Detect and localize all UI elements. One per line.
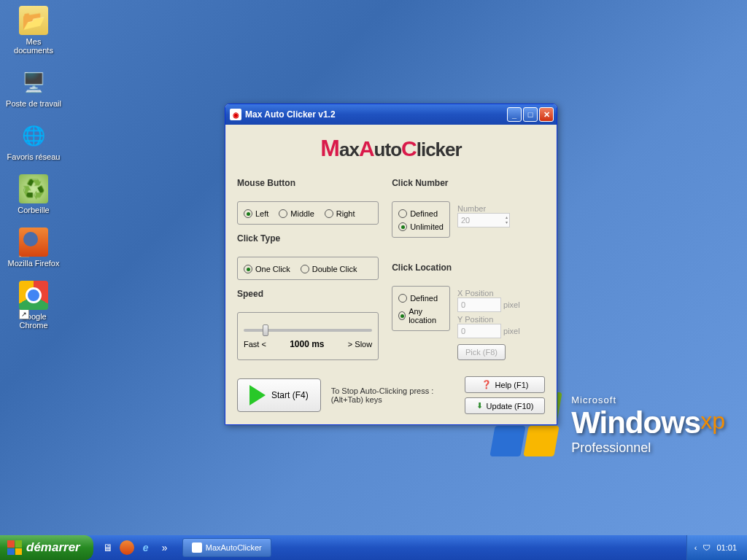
start-button[interactable]: Start (F4) [237,378,321,412]
radio-middle[interactable]: Middle [279,209,314,218]
play-icon [249,385,266,405]
radio-icon [398,209,407,218]
tray-expand-icon[interactable]: ‹ [694,543,697,552]
system-tray: ‹ 🛡 01:01 [686,535,747,560]
radio-icon [244,209,252,218]
windows-start-icon [7,540,22,555]
start-menu-button[interactable]: démarrer [0,535,93,560]
quicklaunch-desktop[interactable]: 🖥 [101,540,115,555]
firefox-icon [19,228,48,257]
radio-left[interactable]: Left [244,209,268,218]
desktop-icon-recycle[interactable]: ♻️Corbeille [6,174,61,214]
click-location-group: Defined Any location [392,286,450,331]
icon-label: Mozilla Firefox [6,259,61,268]
network-icon: 🌐 [19,121,48,150]
app-window: ◉ Max Auto Clicker v1.2 _ □ ✕ MaxAutoCli… [225,104,557,425]
radio-icon [398,222,407,231]
taskbar-app-icon [192,542,202,553]
window-title: Max Auto Clicker v1.2 [245,109,507,120]
speed-value: 1000 ms [290,339,324,349]
desktop-icon-network[interactable]: 🌐Favoris réseau [6,121,61,161]
quicklaunch-ie[interactable]: e [139,540,153,555]
chrome-icon [19,281,48,310]
speed-fast-label: Fast < [244,340,266,349]
number-disabled-group: Number 20 [457,201,545,228]
taskbar-clock[interactable]: 01:01 [716,543,737,552]
desktop-icon-chrome[interactable]: Google Chrome [6,281,61,330]
click-type-group: One Click Double Click [237,257,379,280]
radio-number-unlimited[interactable]: Unlimited [398,222,444,231]
click-number-heading: Click Number [392,178,545,188]
radio-location-any[interactable]: Any location [398,307,444,324]
stop-hint: To Stop Auto-Clicking press : (Alt+Tab) … [331,386,434,404]
taskbar: démarrer 🖥 e » MaxAutoClicker ‹ 🛡 01:01 [0,535,747,560]
click-number-group: Defined Unlimited [392,201,450,238]
update-button[interactable]: ⬇Update (F10) [465,397,545,414]
help-icon: ❓ [481,380,492,389]
app-logo: MaxAutoClicker [237,135,545,162]
help-button[interactable]: ❓Help (F1) [465,376,545,393]
radio-double-click[interactable]: Double Click [301,265,357,273]
y-position-input: 0 [457,324,501,338]
maximize-button[interactable]: □ [523,107,538,122]
icon-label: Favoris réseau [6,152,61,161]
computer-icon: 🖥️ [19,68,48,97]
radio-icon [325,209,333,218]
radio-one-click[interactable]: One Click [244,265,290,273]
position-disabled-group: X Position 0 pixel Y Position 0 pixel Pi… [457,286,545,360]
radio-icon [398,311,406,320]
x-position-label: X Position [457,289,545,298]
speed-slow-label: > Slow [348,340,372,349]
y-position-label: Y Position [457,315,545,324]
click-location-heading: Click Location [392,262,545,273]
desktop-icon-firefox[interactable]: Mozilla Firefox [6,228,61,268]
radio-icon [279,209,287,218]
number-label: Number [457,204,545,213]
icon-label: Corbeille [6,206,61,214]
mouse-button-group: Left Middle Right [237,201,379,225]
speed-slider[interactable] [244,329,372,332]
radio-icon [301,265,309,273]
minimize-button[interactable]: _ [507,107,522,122]
tray-icon[interactable]: 🛡 [703,543,711,552]
pick-button: Pick (F8) [457,344,506,360]
icon-label: Google Chrome [6,312,61,330]
recycle-bin-icon: ♻️ [19,174,48,203]
x-position-input: 0 [457,298,501,312]
slider-thumb[interactable] [263,324,268,336]
radio-right[interactable]: Right [325,209,355,218]
titlebar[interactable]: ◉ Max Auto Clicker v1.2 _ □ ✕ [225,104,557,125]
quicklaunch-firefox[interactable] [120,540,134,555]
taskbar-app-button[interactable]: MaxAutoClicker [182,538,271,557]
radio-number-defined[interactable]: Defined [398,209,444,218]
icon-label: Poste de travail [6,99,61,108]
app-icon: ◉ [230,109,241,120]
download-icon: ⬇ [476,401,483,411]
folder-icon: 📂 [19,6,48,35]
radio-location-defined[interactable]: Defined [398,294,444,303]
radio-icon [244,265,252,273]
icon-label: Mes documents [6,37,61,55]
speed-group: Fast < 1000 ms > Slow [237,312,379,360]
radio-icon [398,294,407,303]
quicklaunch-expand[interactable]: » [158,540,172,555]
desktop-icon-documents[interactable]: 📂Mes documents [6,6,61,55]
mouse-button-heading: Mouse Button [237,178,379,188]
click-type-heading: Click Type [237,233,379,244]
speed-heading: Speed [237,289,379,299]
close-button[interactable]: ✕ [539,107,554,122]
number-input: 20 [457,213,510,228]
desktop-icon-computer[interactable]: 🖥️Poste de travail [6,68,61,108]
